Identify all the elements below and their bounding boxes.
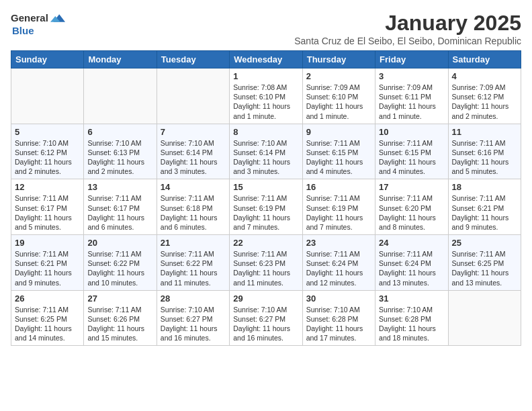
- calendar-cell: 28Sunrise: 7:10 AMSunset: 6:27 PMDayligh…: [157, 290, 229, 346]
- calendar-cell: 4Sunrise: 7:09 AMSunset: 6:12 PMDaylight…: [448, 68, 521, 124]
- day-number: 19: [15, 238, 80, 248]
- calendar-cell: 16Sunrise: 7:11 AMSunset: 6:19 PMDayligh…: [302, 179, 375, 235]
- cell-sun-info: Sunrise: 7:10 AMSunset: 6:28 PMDaylight:…: [306, 305, 371, 343]
- logo-icon: [50, 11, 65, 26]
- calendar-cell: [84, 68, 157, 124]
- calendar-cell: [11, 68, 84, 124]
- day-of-week-header: Wednesday: [230, 51, 302, 68]
- cell-sun-info: Sunrise: 7:11 AMSunset: 6:25 PMDaylight:…: [452, 249, 517, 287]
- day-number: 2: [306, 71, 371, 81]
- day-number: 21: [161, 238, 226, 248]
- day-number: 3: [379, 71, 444, 81]
- calendar-cell: 3Sunrise: 7:09 AMSunset: 6:11 PMDaylight…: [375, 68, 448, 124]
- calendar-cell: 29Sunrise: 7:10 AMSunset: 6:27 PMDayligh…: [230, 290, 302, 346]
- cell-sun-info: Sunrise: 7:10 AMSunset: 6:13 PMDaylight:…: [87, 138, 152, 177]
- day-number: 12: [15, 182, 80, 192]
- cell-sun-info: Sunrise: 7:10 AMSunset: 6:14 PMDaylight:…: [161, 138, 226, 177]
- logo-blue: Blue: [11, 26, 65, 37]
- calendar-cell: 17Sunrise: 7:11 AMSunset: 6:20 PMDayligh…: [375, 179, 448, 235]
- calendar-cell: 30Sunrise: 7:10 AMSunset: 6:28 PMDayligh…: [302, 290, 375, 346]
- day-number: 4: [452, 71, 517, 81]
- day-number: 31: [379, 293, 444, 304]
- calendar-cell: 7Sunrise: 7:10 AMSunset: 6:14 PMDaylight…: [157, 124, 229, 179]
- day-of-week-header: Tuesday: [157, 51, 229, 68]
- page-header: General Blue January 2025 Santa Cruz de …: [11, 11, 521, 46]
- day-number: 18: [452, 182, 517, 192]
- day-number: 10: [379, 127, 444, 137]
- calendar-cell: 26Sunrise: 7:11 AMSunset: 6:25 PMDayligh…: [11, 290, 84, 346]
- calendar-week-row: 26Sunrise: 7:11 AMSunset: 6:25 PMDayligh…: [11, 290, 521, 346]
- cell-sun-info: Sunrise: 7:10 AMSunset: 6:27 PMDaylight:…: [233, 305, 298, 343]
- day-number: 22: [233, 238, 298, 248]
- calendar-cell: [157, 68, 229, 124]
- calendar-cell: 21Sunrise: 7:11 AMSunset: 6:22 PMDayligh…: [157, 235, 229, 291]
- calendar-cell: 25Sunrise: 7:11 AMSunset: 6:25 PMDayligh…: [448, 235, 521, 291]
- calendar-week-row: 19Sunrise: 7:11 AMSunset: 6:21 PMDayligh…: [11, 235, 521, 291]
- day-number: 27: [87, 293, 152, 304]
- calendar-cell: 13Sunrise: 7:11 AMSunset: 6:17 PMDayligh…: [84, 179, 157, 235]
- cell-sun-info: Sunrise: 7:11 AMSunset: 6:24 PMDaylight:…: [379, 249, 444, 287]
- day-number: 1: [233, 71, 298, 81]
- cell-sun-info: Sunrise: 7:11 AMSunset: 6:17 PMDaylight:…: [87, 193, 152, 232]
- cell-sun-info: Sunrise: 7:11 AMSunset: 6:24 PMDaylight:…: [306, 249, 371, 287]
- logo: General Blue: [11, 11, 65, 37]
- calendar-week-row: 12Sunrise: 7:11 AMSunset: 6:17 PMDayligh…: [11, 179, 521, 235]
- month-title: January 2025: [294, 11, 521, 36]
- cell-sun-info: Sunrise: 7:08 AMSunset: 6:10 PMDaylight:…: [233, 83, 298, 121]
- day-number: 13: [87, 182, 152, 192]
- cell-sun-info: Sunrise: 7:11 AMSunset: 6:17 PMDaylight:…: [15, 193, 80, 232]
- cell-sun-info: Sunrise: 7:11 AMSunset: 6:22 PMDaylight:…: [87, 249, 152, 287]
- cell-sun-info: Sunrise: 7:11 AMSunset: 6:26 PMDaylight:…: [87, 305, 152, 343]
- cell-sun-info: Sunrise: 7:11 AMSunset: 6:15 PMDaylight:…: [379, 138, 444, 177]
- logo-general: General: [11, 13, 48, 24]
- calendar-cell: 6Sunrise: 7:10 AMSunset: 6:13 PMDaylight…: [84, 124, 157, 179]
- calendar-cell: 23Sunrise: 7:11 AMSunset: 6:24 PMDayligh…: [302, 235, 375, 291]
- day-number: 26: [15, 293, 80, 304]
- day-number: 16: [306, 182, 371, 192]
- cell-sun-info: Sunrise: 7:11 AMSunset: 6:15 PMDaylight:…: [306, 138, 371, 177]
- cell-sun-info: Sunrise: 7:11 AMSunset: 6:20 PMDaylight:…: [379, 193, 444, 232]
- cell-sun-info: Sunrise: 7:10 AMSunset: 6:27 PMDaylight:…: [161, 305, 226, 343]
- calendar-cell: 20Sunrise: 7:11 AMSunset: 6:22 PMDayligh…: [84, 235, 157, 291]
- cell-sun-info: Sunrise: 7:11 AMSunset: 6:22 PMDaylight:…: [161, 249, 226, 287]
- day-of-week-header: Friday: [375, 51, 448, 68]
- calendar-cell: 18Sunrise: 7:11 AMSunset: 6:21 PMDayligh…: [448, 179, 521, 235]
- calendar-cell: 9Sunrise: 7:11 AMSunset: 6:15 PMDaylight…: [302, 124, 375, 179]
- cell-sun-info: Sunrise: 7:10 AMSunset: 6:12 PMDaylight:…: [15, 138, 80, 177]
- calendar-cell: 15Sunrise: 7:11 AMSunset: 6:19 PMDayligh…: [230, 179, 302, 235]
- calendar-cell: 31Sunrise: 7:10 AMSunset: 6:28 PMDayligh…: [375, 290, 448, 346]
- calendar-header-row: SundayMondayTuesdayWednesdayThursdayFrid…: [11, 51, 521, 68]
- cell-sun-info: Sunrise: 7:11 AMSunset: 6:25 PMDaylight:…: [15, 305, 80, 343]
- day-number: 30: [306, 293, 371, 304]
- calendar-cell: 8Sunrise: 7:10 AMSunset: 6:14 PMDaylight…: [230, 124, 302, 179]
- title-block: January 2025 Santa Cruz de El Seibo, El …: [294, 11, 521, 46]
- cell-sun-info: Sunrise: 7:09 AMSunset: 6:10 PMDaylight:…: [306, 83, 371, 121]
- calendar-week-row: 1Sunrise: 7:08 AMSunset: 6:10 PMDaylight…: [11, 68, 521, 124]
- cell-sun-info: Sunrise: 7:11 AMSunset: 6:18 PMDaylight:…: [161, 193, 226, 232]
- day-number: 15: [233, 182, 298, 192]
- calendar-cell: [448, 290, 521, 346]
- calendar-cell: 10Sunrise: 7:11 AMSunset: 6:15 PMDayligh…: [375, 124, 448, 179]
- day-number: 17: [379, 182, 444, 192]
- day-number: 11: [452, 127, 517, 137]
- day-number: 6: [87, 127, 152, 137]
- day-of-week-header: Sunday: [11, 51, 84, 68]
- cell-sun-info: Sunrise: 7:11 AMSunset: 6:19 PMDaylight:…: [233, 193, 298, 232]
- calendar-cell: 27Sunrise: 7:11 AMSunset: 6:26 PMDayligh…: [84, 290, 157, 346]
- cell-sun-info: Sunrise: 7:09 AMSunset: 6:12 PMDaylight:…: [452, 83, 517, 121]
- cell-sun-info: Sunrise: 7:09 AMSunset: 6:11 PMDaylight:…: [379, 83, 444, 121]
- calendar-week-row: 5Sunrise: 7:10 AMSunset: 6:12 PMDaylight…: [11, 124, 521, 179]
- calendar-cell: 2Sunrise: 7:09 AMSunset: 6:10 PMDaylight…: [302, 68, 375, 124]
- day-number: 24: [379, 238, 444, 248]
- calendar-cell: 24Sunrise: 7:11 AMSunset: 6:24 PMDayligh…: [375, 235, 448, 291]
- cell-sun-info: Sunrise: 7:11 AMSunset: 6:23 PMDaylight:…: [233, 249, 298, 287]
- day-number: 14: [161, 182, 226, 192]
- cell-sun-info: Sunrise: 7:10 AMSunset: 6:28 PMDaylight:…: [379, 305, 444, 343]
- day-of-week-header: Saturday: [448, 51, 521, 68]
- day-number: 8: [233, 127, 298, 137]
- cell-sun-info: Sunrise: 7:11 AMSunset: 6:19 PMDaylight:…: [306, 193, 371, 232]
- cell-sun-info: Sunrise: 7:11 AMSunset: 6:21 PMDaylight:…: [15, 249, 80, 287]
- calendar-cell: 19Sunrise: 7:11 AMSunset: 6:21 PMDayligh…: [11, 235, 84, 291]
- day-number: 20: [87, 238, 152, 248]
- day-of-week-header: Thursday: [302, 51, 375, 68]
